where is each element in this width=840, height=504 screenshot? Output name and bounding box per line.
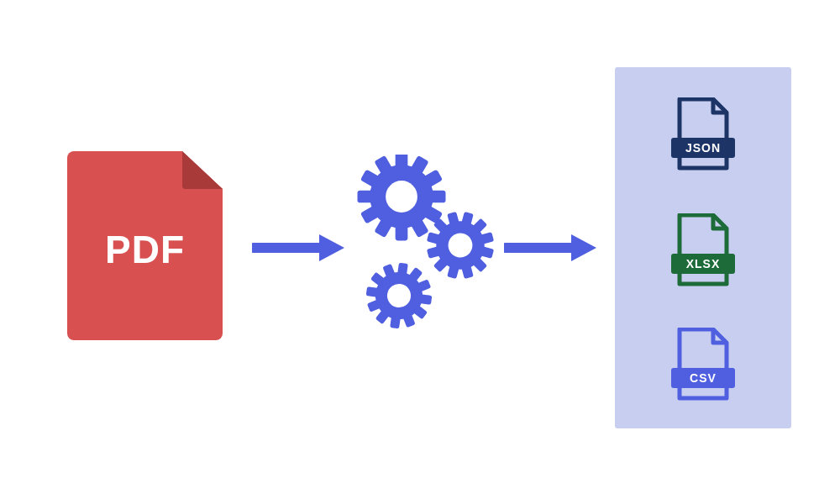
arrow-right-icon [252, 234, 344, 262]
csv-label: CSV [690, 371, 717, 385]
json-band: JSON [671, 138, 735, 158]
csv-band: CSV [671, 368, 735, 388]
pdf-file-fold [182, 151, 223, 189]
conversion-diagram: PDF [0, 0, 840, 504]
json-label: JSON [685, 141, 721, 155]
xlsx-file-icon: XLSX [675, 213, 732, 287]
csv-file-icon: CSV [675, 328, 732, 402]
pdf-file-icon: PDF [67, 151, 223, 340]
xlsx-band: XLSX [671, 254, 735, 274]
arrow-right-icon [504, 234, 596, 262]
xlsx-label: XLSX [686, 257, 721, 270]
svg-marker-1 [319, 234, 344, 261]
output-panel: JSON XLSX CSV [615, 67, 791, 428]
svg-marker-17 [571, 234, 596, 261]
json-file-icon: JSON [675, 97, 732, 171]
pdf-label: PDF [67, 227, 223, 272]
gears-icon [353, 155, 500, 335]
